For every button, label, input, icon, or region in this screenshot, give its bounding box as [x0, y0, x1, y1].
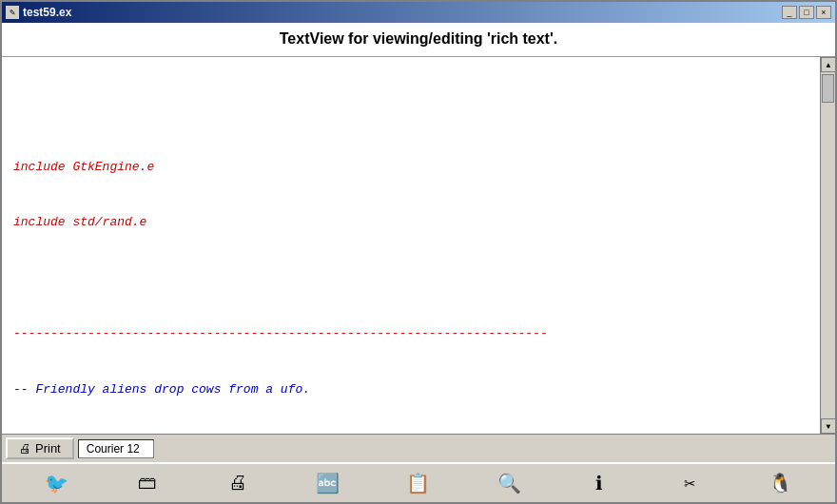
print-button[interactable]: 🖨 Print: [6, 437, 74, 459]
taskbar-icon-2[interactable]: 🗃: [132, 468, 163, 498]
header-title: TextView for viewing/editing 'rich text'…: [280, 30, 557, 47]
taskbar-icon-1[interactable]: 🐦: [42, 468, 72, 498]
window-controls: _ □ ×: [782, 6, 831, 19]
header-area: TextView for viewing/editing 'rich text'…: [2, 23, 835, 57]
scrollbar[interactable]: ▲ ▼: [820, 57, 835, 434]
taskbar-icon-4[interactable]: 🔤: [313, 468, 343, 498]
maximize-button[interactable]: □: [799, 6, 814, 19]
font-name: Courier: [87, 442, 124, 456]
taskbar-icon-3[interactable]: 🖨: [223, 468, 253, 498]
scroll-thumb[interactable]: [822, 74, 834, 103]
taskbar-icon-7[interactable]: ℹ: [584, 468, 614, 498]
code-line: include GtkEngine.e: [13, 158, 808, 177]
taskbar-icon-8[interactable]: ✂: [674, 468, 705, 498]
code-line: [13, 102, 808, 121]
taskbar: 🐦 🗃 🖨 🔤 📋 🔍 ℹ ✂ 🐧: [2, 462, 835, 502]
close-button[interactable]: ×: [816, 6, 831, 19]
text-editor[interactable]: include GtkEngine.e include std/rand.e -…: [2, 57, 820, 434]
minimize-button[interactable]: _: [782, 6, 797, 19]
main-window: ✎ test59.ex _ □ × TextView for viewing/e…: [0, 0, 837, 504]
taskbar-icon-5[interactable]: 📋: [403, 468, 434, 498]
header-bold: TextView: [280, 30, 344, 47]
footer-bar: 🖨 Print Courier 12: [2, 434, 835, 462]
code-line: -- Friendly aliens drop cows from a ufo.: [13, 380, 808, 399]
title-bar-left: ✎ test59.ex: [6, 6, 71, 19]
print-icon: 🖨: [19, 441, 31, 456]
content-wrapper: include GtkEngine.e include std/rand.e -…: [2, 57, 835, 434]
title-bar: ✎ test59.ex _ □ ×: [2, 2, 835, 23]
scroll-up-button[interactable]: ▲: [821, 57, 835, 72]
scroll-track[interactable]: [821, 72, 835, 418]
print-label: Print: [35, 441, 61, 456]
header-rest: for viewing/editing 'rich text'.: [344, 30, 558, 47]
code-line: include std/rand.e: [13, 213, 808, 232]
code-line: [13, 269, 808, 288]
font-size: 12: [127, 442, 139, 456]
taskbar-icon-6[interactable]: 🔍: [494, 468, 524, 498]
code-line: ----------------------------------------…: [13, 324, 808, 343]
scroll-down-button[interactable]: ▼: [821, 418, 835, 434]
taskbar-icon-9[interactable]: 🐧: [765, 468, 795, 498]
window-icon: ✎: [6, 6, 19, 19]
window-title: test59.ex: [23, 6, 71, 19]
font-display: Courier 12: [78, 439, 154, 458]
